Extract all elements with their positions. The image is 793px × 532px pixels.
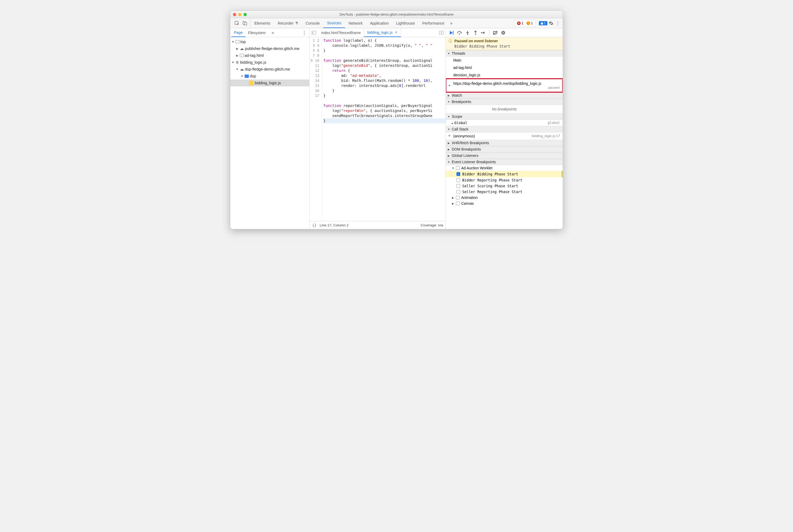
section-threads[interactable]: ▼ Threads — [446, 50, 563, 57]
titlebar: DevTools - publisher-fledge-demo.glitch.… — [230, 11, 563, 18]
thread-decision[interactable]: decision_logic.js — [446, 71, 563, 79]
resume-button-icon[interactable] — [448, 29, 455, 36]
tree-label: bidding_logic.js — [254, 81, 281, 85]
editor-more-icon[interactable] — [437, 31, 446, 35]
navigator-tab-filesystem[interactable]: Filesystem — [245, 28, 268, 37]
tree-top-frame[interactable]: ▼ top — [230, 38, 309, 45]
section-xhr-breakpoints[interactable]: ▶ XHR/fetch Breakpoints — [446, 140, 563, 146]
tree-origin-publisher[interactable]: ▶ ☁ publisher-fledge-demo.glitch.me — [230, 45, 309, 52]
checkbox-icon[interactable] — [456, 178, 460, 182]
elb-item-seller-reporting-start[interactable]: Seller Reporting Phase Start — [446, 189, 563, 195]
tab-console[interactable]: Console — [302, 18, 323, 28]
scope-global[interactable]: ▶Global global — [446, 120, 563, 126]
elb-group-canvas[interactable]: ▶ Canvas — [446, 201, 563, 206]
caret-right-icon: ▶ — [448, 148, 450, 151]
close-tab-icon[interactable]: ✕ — [395, 31, 398, 34]
section-label: Threads — [452, 51, 465, 55]
navigator-tab-page[interactable]: Page — [231, 28, 245, 37]
elb-group-animation[interactable]: ▶ Animation — [446, 195, 563, 201]
errors-badge[interactable]: ✕ 1 — [516, 21, 524, 25]
editor-tabs: index.html?fencedframe bidding_logic.js … — [309, 28, 446, 37]
editor-history-nav-icon[interactable] — [309, 31, 318, 35]
main-menu-kebab-icon[interactable]: ⋮ — [555, 20, 561, 26]
tab-elements[interactable]: Elements — [251, 18, 274, 28]
pause-on-exceptions-icon[interactable] — [499, 29, 507, 36]
pretty-print-icon[interactable]: {} — [312, 223, 320, 227]
section-scope[interactable]: ▼ Scope — [446, 113, 563, 120]
tree-file-bidding-logic[interactable]: bidding_logic.js — [230, 79, 309, 87]
checkbox-icon[interactable] — [456, 190, 460, 194]
editor-tab-label: bidding_logic.js — [367, 31, 393, 35]
settings-gear-icon[interactable] — [547, 20, 555, 27]
elb-item-label: Bidder Reporting Phase Start — [462, 178, 523, 182]
inspect-element-icon[interactable] — [233, 20, 240, 27]
tree-worklet[interactable]: ▼ ⚙ bidding_logic.js — [230, 59, 309, 66]
tab-recorder[interactable]: Recorder ⚗ — [274, 18, 302, 28]
svg-rect-4 — [439, 31, 443, 34]
tab-sources[interactable]: Sources — [323, 18, 345, 28]
elb-item-bidder-bidding-start[interactable]: ✓ Bidder Bidding Phase Start — [446, 171, 563, 177]
tree-label: dsp-fledge-demo.glitch.me — [245, 67, 290, 71]
group-checkbox-mixed[interactable]: – — [456, 166, 460, 170]
tab-application[interactable]: Application — [366, 18, 393, 28]
js-file-icon — [249, 80, 253, 85]
section-dom-breakpoints[interactable]: ▶ DOM Breakpoints — [446, 146, 563, 152]
more-tabs-icon[interactable]: » — [448, 18, 455, 28]
paused-title: Paused on event listener — [454, 39, 510, 43]
line-gutter: 1 2 3 4 5 6 7 8 9 10 11 12 13 14 15 16 1… — [309, 37, 322, 221]
callstack-frame-0[interactable]: ➔ (anonymous) bidding_logic.js:17 — [446, 132, 563, 140]
section-breakpoints[interactable]: ▼ Breakpoints — [446, 98, 563, 105]
elb-group-ad-auction-worklet[interactable]: ▼ – Ad Auction Worklet — [446, 165, 563, 171]
maximize-window-icon[interactable] — [244, 13, 247, 16]
checkbox-icon[interactable] — [456, 196, 460, 200]
section-global-listeners[interactable]: ▶ Global Listeners — [446, 152, 563, 159]
cloud-icon: ☁ — [240, 46, 244, 51]
tree-folder-dsp[interactable]: ▼ dsp — [230, 73, 309, 79]
tree-label: publisher-fledge-demo.glitch.me — [245, 46, 299, 51]
tree-origin-dsp[interactable]: ▼ ☁ dsp-fledge-demo.glitch.me — [230, 66, 309, 73]
warnings-badge[interactable]: ! 1 — [525, 21, 534, 25]
checkbox-checked-icon[interactable]: ✓ — [456, 172, 460, 176]
tree-frame-adtag[interactable]: ▶ ad-tag.html — [230, 52, 309, 59]
thread-main[interactable]: Main — [446, 57, 563, 64]
file-tree: ▼ top ▶ ☁ publisher-fledge-demo.glitch.m… — [230, 37, 309, 229]
current-thread-arrow-icon: ➔ — [448, 84, 450, 87]
tab-lighthouse[interactable]: Lighthouse — [393, 18, 419, 28]
tab-network[interactable]: Network — [345, 18, 366, 28]
section-watch[interactable]: ▶ Watch — [446, 92, 563, 98]
caret-right-icon: ▶ — [235, 54, 239, 57]
window-title: DevTools - publisher-fledge-demo.glitch.… — [230, 13, 563, 16]
cursor-position: Line 17, Column 2 — [320, 223, 349, 227]
code-editor[interactable]: 1 2 3 4 5 6 7 8 9 10 11 12 13 14 15 16 1… — [309, 37, 446, 221]
section-event-listener-breakpoints[interactable]: ▼ Event Listener Breakpoints — [446, 159, 563, 165]
step-icon[interactable] — [480, 29, 487, 36]
elb-item-bidder-reporting-start[interactable]: Bidder Reporting Phase Start — [446, 177, 563, 183]
thread-dsp-bidding-logic[interactable]: ➔ https://dsp-fledge-demo.glitch.me/dsp/… — [446, 79, 563, 92]
elb-item-seller-scoring-start[interactable]: Seller Scoring Phase Start — [446, 183, 563, 189]
device-toggle-icon[interactable] — [242, 20, 248, 27]
step-into-icon[interactable] — [464, 29, 471, 36]
checkbox-icon[interactable] — [456, 202, 460, 205]
navigator-more-icon[interactable]: » — [269, 31, 276, 35]
tree-label: bidding_logic.js — [240, 60, 266, 64]
section-label: Breakpoints — [452, 100, 471, 104]
editor-tab-index[interactable]: index.html?fencedframe — [318, 28, 364, 37]
issues-badge[interactable]: ▣ 1 — [539, 21, 547, 25]
caret-right-icon: ▶ — [448, 154, 450, 157]
console-status-badges[interactable]: ✕ 1 ! 1 — [514, 20, 536, 27]
close-window-icon[interactable] — [233, 13, 236, 16]
debugger-toolbar — [446, 28, 563, 37]
section-callstack[interactable]: ▼ Call Stack — [446, 126, 563, 132]
editor-tab-bidding-logic[interactable]: bidding_logic.js ✕ — [364, 28, 401, 37]
tab-performance[interactable]: Performance — [419, 18, 448, 28]
debugger-scroll[interactable]: ⓘ Paused on event listener Bidder Biddin… — [446, 37, 563, 229]
step-over-icon[interactable] — [456, 29, 463, 36]
minimize-window-icon[interactable] — [238, 13, 242, 16]
thread-adtag[interactable]: ad-tag.html — [446, 64, 563, 71]
step-out-icon[interactable] — [472, 29, 479, 36]
checkbox-icon[interactable] — [456, 184, 460, 188]
deactivate-breakpoints-icon[interactable] — [492, 29, 499, 36]
navigator-menu-kebab-icon[interactable]: ⋮ — [300, 30, 308, 36]
elb-group-label: Animation — [461, 195, 477, 200]
caret-down-icon: ▼ — [235, 68, 239, 71]
